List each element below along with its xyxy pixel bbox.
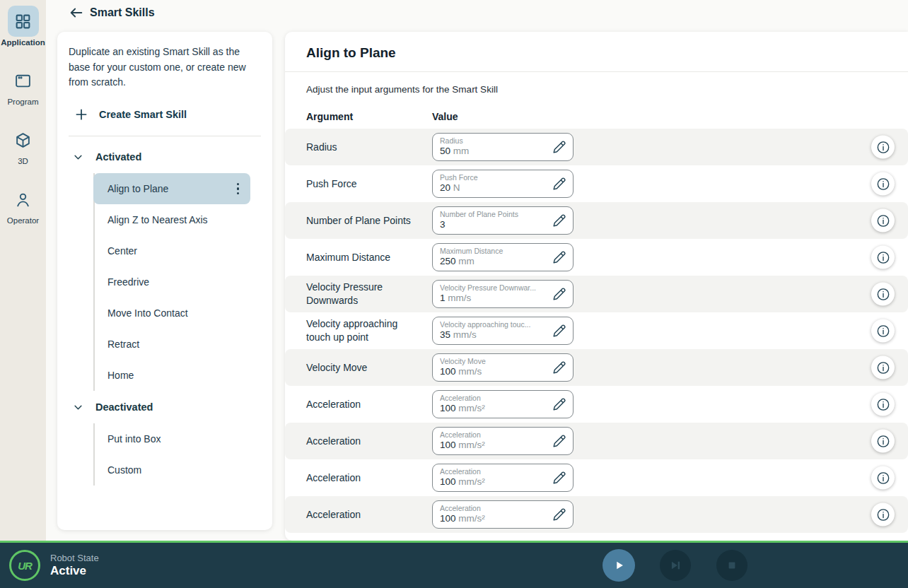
info-button[interactable] <box>871 393 895 416</box>
argument-row: Acceleration Acceleration 100 mm/s² <box>285 386 908 423</box>
value-input-value: 50 mm <box>440 146 547 158</box>
value-input[interactable]: Radius 50 mm <box>432 133 574 161</box>
stop-button[interactable] <box>716 550 747 581</box>
tree-group-header[interactable]: Activated <box>69 141 261 173</box>
argument-column-header: Argument <box>306 111 432 122</box>
value-input-label: Acceleration <box>440 430 547 440</box>
value-input-value: 1 mm/s <box>440 293 547 305</box>
sidebar-item-3d[interactable]: 3D <box>0 124 46 165</box>
sidebar-item-application[interactable]: Application <box>0 6 46 47</box>
argument-name: Velocity Move <box>306 361 432 375</box>
edit-pencil-icon[interactable] <box>552 213 566 228</box>
skill-item[interactable]: Align Z to Nearest Axis <box>95 204 250 235</box>
kebab-menu-icon[interactable] <box>233 180 244 198</box>
skill-item[interactable]: Home <box>95 360 250 391</box>
skill-item[interactable]: Move Into Contact <box>95 298 250 329</box>
info-icon <box>876 471 890 485</box>
edit-pencil-icon[interactable] <box>552 360 566 375</box>
value-input[interactable]: Velocity Move 100 mm/s <box>432 353 574 382</box>
sidebar-item-operator[interactable]: Operator <box>0 184 46 225</box>
info-button[interactable] <box>871 209 895 233</box>
ur-logo-text: UR <box>18 560 32 572</box>
info-button[interactable] <box>871 136 895 159</box>
tree-group-header[interactable]: Deactivated <box>69 391 261 423</box>
value-input[interactable]: Acceleration 100 mm/s² <box>432 390 574 418</box>
info-button[interactable] <box>871 172 895 196</box>
skills-tree: Activated Align to Plane Align Z to Near… <box>69 141 261 486</box>
skip-to-end-button[interactable] <box>660 550 691 581</box>
info-button[interactable] <box>871 283 895 306</box>
argument-row: Number of Plane Points Number of Plane P… <box>285 202 908 239</box>
skill-item[interactable]: Freedrive <box>95 266 250 298</box>
value-input[interactable]: Velocity Pressure Downwar... 1 mm/s <box>432 280 574 308</box>
argument-row: Acceleration Acceleration 100 mm/s² <box>285 423 908 459</box>
edit-pencil-icon[interactable] <box>552 507 566 522</box>
value-input[interactable]: Velocity approaching touc... 35 mm/s <box>432 317 574 345</box>
value-input[interactable]: Acceleration 100 mm/s² <box>432 500 574 529</box>
value-input[interactable]: Number of Plane Points 3 <box>432 206 574 235</box>
grid-icon <box>8 6 39 37</box>
value-input[interactable]: Maximum Distance 250 mm <box>432 243 574 271</box>
argument-name: Acceleration <box>306 508 432 522</box>
edit-pencil-icon[interactable] <box>552 250 566 264</box>
cube-icon <box>8 124 39 155</box>
argument-name: Acceleration <box>306 435 432 448</box>
info-button[interactable] <box>871 246 895 269</box>
arguments-table: Radius Radius 50 mm Push Force Push Forc… <box>285 129 908 533</box>
skill-item[interactable]: Center <box>95 235 250 266</box>
ur-logo: UR <box>9 550 40 581</box>
value-input-label: Velocity Move <box>440 357 547 366</box>
info-button[interactable] <box>871 430 895 453</box>
value-input-label: Acceleration <box>440 467 547 476</box>
sidebar-item-program[interactable]: Program <box>0 65 46 106</box>
plus-icon <box>74 107 88 122</box>
value-input-label: Radius <box>440 136 547 146</box>
panel-description: Duplicate an existing Smart Skill as the… <box>69 45 261 90</box>
edit-pencil-icon[interactable] <box>552 434 566 448</box>
edit-pencil-icon[interactable] <box>552 471 566 485</box>
arguments-table-header: Argument Value <box>306 111 908 122</box>
skill-item[interactable]: Align to Plane <box>93 173 250 204</box>
edit-pencil-icon[interactable] <box>552 324 566 338</box>
value-input-value: 100 mm/s² <box>440 403 547 415</box>
robot-state-block: Robot State Active <box>50 553 99 578</box>
edit-pencil-icon[interactable] <box>552 397 566 411</box>
value-input[interactable]: Acceleration 100 mm/s² <box>432 464 574 492</box>
info-button[interactable] <box>871 319 895 343</box>
back-button[interactable] <box>69 5 84 20</box>
create-smart-skill-label: Create Smart Skill <box>99 109 187 120</box>
play-button[interactable] <box>603 549 635 582</box>
info-icon <box>876 177 890 191</box>
value-input-value: 100 mm/s² <box>440 513 547 525</box>
info-button[interactable] <box>871 466 895 490</box>
panel-divider <box>69 136 261 136</box>
window-icon <box>8 65 39 96</box>
value-input-label: Acceleration <box>440 394 547 403</box>
argument-name: Acceleration <box>306 398 432 411</box>
argument-name: Acceleration <box>306 471 432 485</box>
tree-group: Activated Align to Plane Align Z to Near… <box>69 141 261 391</box>
value-input-label: Number of Plane Points <box>440 210 547 219</box>
info-icon <box>876 360 890 375</box>
tree-group-label: Deactivated <box>95 401 153 413</box>
create-smart-skill-button[interactable]: Create Smart Skill <box>74 107 187 122</box>
value-input[interactable]: Acceleration 100 mm/s² <box>432 427 574 455</box>
argument-row: Velocity Pressure Downwards Velocity Pre… <box>285 276 908 312</box>
edit-pencil-icon[interactable] <box>552 140 566 154</box>
back-arrow-icon <box>69 5 84 20</box>
skill-item[interactable]: Retract <box>95 329 250 360</box>
info-button[interactable] <box>871 503 895 527</box>
page-header: Smart Skills <box>46 0 908 25</box>
play-icon <box>611 558 627 573</box>
argument-row: Push Force Push Force 20 N <box>285 165 908 202</box>
edit-pencil-icon[interactable] <box>552 287 566 301</box>
skill-item[interactable]: Put into Box <box>95 423 250 454</box>
skill-subtitle: Adjust the input arguments for the Smart… <box>306 84 908 95</box>
skill-item[interactable]: Custom <box>95 454 250 486</box>
edit-pencil-icon[interactable] <box>552 177 566 191</box>
argument-name: Velocity approaching touch up point <box>306 317 432 344</box>
value-input[interactable]: Push Force 20 N <box>432 170 574 198</box>
argument-name: Radius <box>306 141 432 154</box>
chevron-down-icon <box>73 152 83 163</box>
info-button[interactable] <box>871 356 895 380</box>
